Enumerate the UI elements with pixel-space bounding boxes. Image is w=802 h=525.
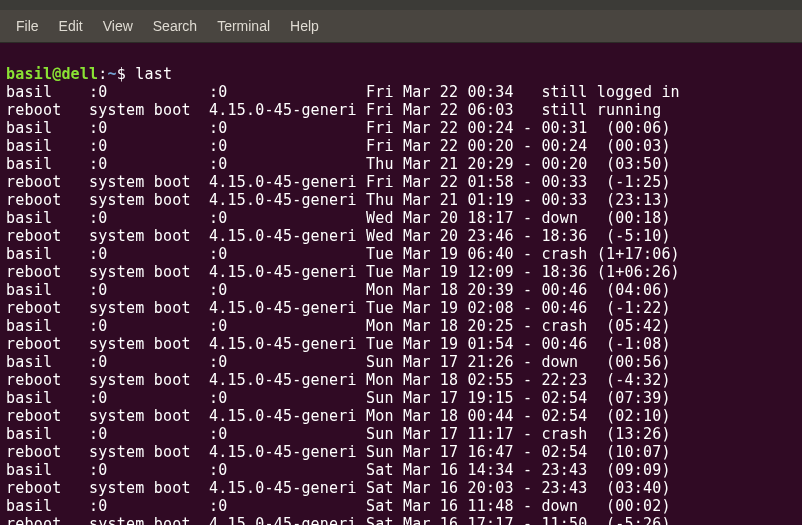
menu-file[interactable]: File bbox=[6, 14, 49, 38]
prompt-symbol: $ bbox=[117, 65, 135, 83]
command-text: last bbox=[135, 65, 172, 83]
menubar: File Edit View Search Terminal Help bbox=[0, 10, 802, 43]
prompt-user-host: basil@dell bbox=[6, 65, 98, 83]
menu-view[interactable]: View bbox=[93, 14, 143, 38]
terminal-output[interactable]: basil@dell:~$ last basil :0 :0 Fri Mar 2… bbox=[0, 43, 802, 525]
window-titlebar bbox=[0, 0, 802, 10]
prompt-colon: : bbox=[98, 65, 107, 83]
output-rows: basil :0 :0 Fri Mar 22 00:34 still logge… bbox=[6, 83, 796, 525]
menu-edit[interactable]: Edit bbox=[49, 14, 93, 38]
menu-terminal[interactable]: Terminal bbox=[207, 14, 280, 38]
menu-search[interactable]: Search bbox=[143, 14, 207, 38]
prompt-path: ~ bbox=[108, 65, 117, 83]
menu-help[interactable]: Help bbox=[280, 14, 329, 38]
